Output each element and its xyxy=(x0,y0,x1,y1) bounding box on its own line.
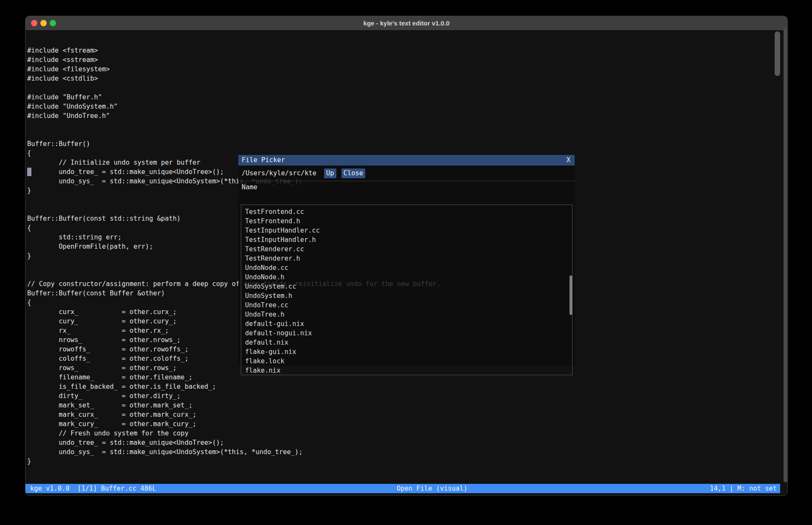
code-line[interactable]: #include <filesystem> xyxy=(27,65,788,74)
code-line[interactable]: #include <sstream> xyxy=(27,55,788,65)
path-row: /Users/kyle/src/kte Up Close xyxy=(238,166,575,181)
text-cursor xyxy=(27,168,31,176)
code-line[interactable]: // Fresh undo system for the copy xyxy=(27,429,788,438)
code-line[interactable]: } xyxy=(27,457,788,466)
status-mode: Open File (visual) xyxy=(397,484,468,493)
code-line[interactable] xyxy=(27,83,788,93)
dialog-title: File Picker xyxy=(242,155,285,166)
code-line[interactable]: undo_tree_ = std::make_unique<UndoTree>(… xyxy=(27,438,788,447)
file-list-item[interactable]: UndoSystem.h xyxy=(241,291,572,300)
file-list-item[interactable]: TestRenderer.cc xyxy=(241,244,572,254)
code-line[interactable]: mark_cury_ = other.mark_cury_; xyxy=(27,419,788,429)
file-list-item[interactable]: UndoSystem.cc xyxy=(241,282,572,291)
status-bar: kge v1.0.0 [1/1] Buffer.cc 486L Open Fil… xyxy=(25,484,780,493)
file-list-item[interactable]: flake.lock xyxy=(241,357,572,366)
code-line[interactable]: #include "Buffer.h" xyxy=(27,93,788,102)
file-list-item[interactable]: default-nogui.nix xyxy=(241,328,572,338)
column-header-name: Name xyxy=(238,181,575,193)
file-list-item[interactable]: TestFrontend.h xyxy=(241,216,572,226)
window-titlebar[interactable]: kge - kyle's text editor v1.0.0 xyxy=(25,16,787,30)
file-list-item[interactable]: UndoTree.h xyxy=(241,310,572,319)
code-line[interactable] xyxy=(27,475,788,485)
dialog-close-icon[interactable]: X xyxy=(567,155,570,166)
file-list-item[interactable]: default-gui.nix xyxy=(241,319,572,328)
editor-scrollbar-track[interactable] xyxy=(784,27,787,482)
dialog-titlebar[interactable]: File Picker X xyxy=(238,155,575,166)
code-line[interactable]: dirty_ = other.dirty_; xyxy=(27,391,788,401)
file-list: TestFrontend.cc TestFrontend.h TestInput… xyxy=(241,205,572,375)
file-list-item[interactable]: TestRenderer.h xyxy=(241,254,572,263)
status-version-file: kge v1.0.0 [1/1] Buffer.cc 486L xyxy=(30,484,156,493)
current-path: /Users/kyle/src/kte xyxy=(242,169,316,177)
file-list-item[interactable]: TestInputHandler.h xyxy=(241,235,572,244)
file-list-item[interactable]: flake.nix xyxy=(241,366,572,375)
dialog-body: /Users/kyle/src/kte Up Close Name TestFr… xyxy=(238,166,575,365)
code-line[interactable]: mark_set_ = other.mark_set_; xyxy=(27,401,788,410)
file-list-scrollbar-thumb[interactable] xyxy=(570,275,572,315)
code-line[interactable]: #include <cstdlib> xyxy=(27,74,788,83)
code-line[interactable]: Buffer::Buffer() xyxy=(27,139,788,149)
close-button[interactable]: Close xyxy=(341,168,365,178)
window-title: kge - kyle's text editor v1.0.0 xyxy=(25,20,787,27)
editor-scrollbar-thumb[interactable] xyxy=(775,31,780,76)
code-line[interactable]: undo_sys_ = std::make_unique<UndoSystem>… xyxy=(27,447,788,457)
file-list-item[interactable]: UndoTree.cc xyxy=(241,300,572,310)
status-cursor-mark: 14,1 | M: not set xyxy=(710,484,777,493)
code-line[interactable]: #include <fstream> xyxy=(27,46,788,55)
file-list-item[interactable]: TestFrontend.cc xyxy=(241,207,572,216)
file-list-item[interactable]: flake-gui.nix xyxy=(241,347,572,357)
code-line[interactable]: mark_curx_ = other.mark_curx_; xyxy=(27,410,788,419)
code-line[interactable]: #include "UndoSystem.h" xyxy=(27,102,788,111)
code-line[interactable]: #include "UndoTree.h" xyxy=(27,111,788,121)
file-list-item[interactable]: TestInputHandler.cc xyxy=(241,226,572,235)
code-line[interactable]: is_file_backed_ = other.is_file_backed_; xyxy=(27,382,788,391)
file-list-item[interactable]: UndoNode.h xyxy=(241,272,572,282)
file-list-item[interactable]: UndoNode.cc xyxy=(241,263,572,272)
file-list-item[interactable]: default.nix xyxy=(241,338,572,347)
up-button[interactable]: Up xyxy=(324,168,336,178)
code-line[interactable] xyxy=(27,466,788,475)
code-line[interactable] xyxy=(27,130,788,139)
app-window: kge - kyle's text editor v1.0.0 #include… xyxy=(25,16,788,496)
code-line[interactable] xyxy=(27,121,788,130)
file-picker-dialog: File Picker X /Users/kyle/src/kte Up Clo… xyxy=(238,155,575,365)
